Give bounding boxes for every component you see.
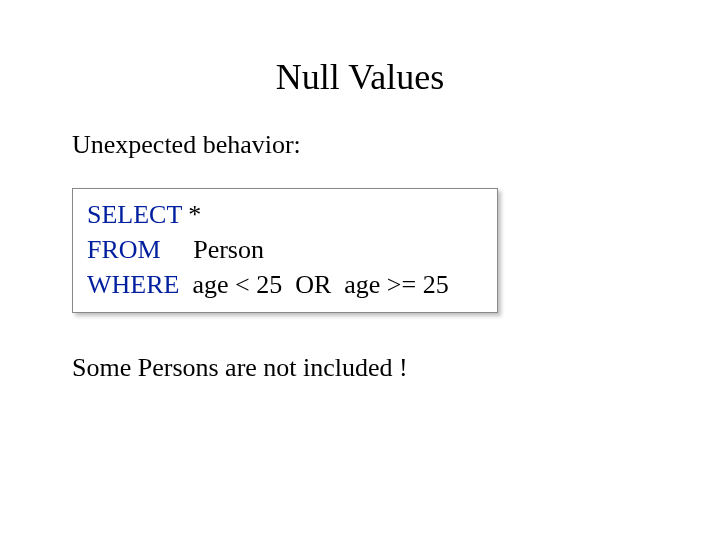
sql-keyword-where: WHERE (87, 270, 179, 299)
sql-from-rest: Person (161, 235, 264, 264)
sql-line-where: WHERE age < 25 OR age >= 25 (87, 267, 483, 302)
sql-line-from: FROM Person (87, 232, 483, 267)
sql-where-rest: age < 25 OR age >= 25 (179, 270, 448, 299)
sql-keyword-select: SELECT (87, 200, 182, 229)
slide-content: Unexpected behavior: SELECT * FROM Perso… (72, 130, 648, 383)
sql-select-rest: * (182, 200, 202, 229)
sql-line-select: SELECT * (87, 197, 483, 232)
sql-code-box: SELECT * FROM Person WHERE age < 25 OR a… (72, 188, 498, 313)
follow-text: Some Persons are not included ! (72, 353, 648, 383)
sql-keyword-from: FROM (87, 235, 161, 264)
lead-text: Unexpected behavior: (72, 130, 648, 160)
slide-title: Null Values (0, 56, 720, 98)
